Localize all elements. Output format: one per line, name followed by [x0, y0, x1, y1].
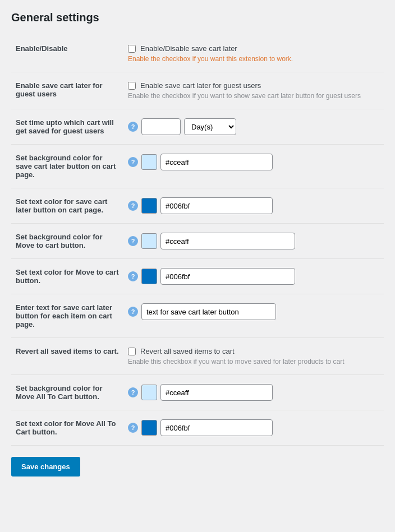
settings-row-text-color-save-cart: Set text color for save cart later butto… [11, 188, 384, 224]
settings-row-revert-saved: Revert all saved items to cart.Revert al… [11, 338, 384, 375]
help-text-revert-saved: Enable this checkbox if you want to move… [128, 358, 379, 366]
help-icon-text-color-move-all[interactable]: ? [128, 423, 138, 433]
color-text-input-text-color-save-cart[interactable] [160, 197, 273, 214]
help-icon-bg-color-save-cart[interactable]: ? [128, 157, 138, 167]
label-bg-color-move-to-cart: Set background color for Move to cart bu… [11, 224, 123, 259]
settings-row-enable-disable: Enable/DisableEnable/Disable save cart l… [11, 35, 384, 72]
help-text-enable-disable: Enable the checkbox if you want this ext… [128, 55, 379, 63]
time-number-input-set-time[interactable] [141, 118, 181, 135]
control-bg-color-move-to-cart: ? [123, 224, 384, 259]
settings-row-bg-color-move-all: Set background color for Move All To Car… [11, 375, 384, 410]
checkbox-revert-saved[interactable] [128, 348, 136, 355]
help-icon-bg-color-move-to-cart[interactable]: ? [128, 236, 138, 246]
control-bg-color-move-all: ? [123, 375, 384, 410]
color-swatch-text-color-move-all[interactable] [141, 420, 157, 436]
color-text-input-text-color-move-to-cart[interactable] [160, 268, 295, 285]
label-text-color-move-all: Set text color for Move All To Cart butt… [11, 410, 123, 446]
text-input-enter-text-save-cart[interactable] [141, 303, 276, 320]
control-text-color-move-all: ? [123, 410, 384, 446]
label-text-color-save-cart: Set text color for save cart later butto… [11, 188, 123, 224]
help-icon-text-color-save-cart[interactable]: ? [128, 201, 138, 211]
color-swatch-text-color-move-to-cart[interactable] [141, 269, 157, 284]
settings-row-bg-color-save-cart: Set background color for save cart later… [11, 145, 384, 188]
label-enter-text-save-cart: Enter text for save cart later button fo… [11, 294, 123, 338]
control-bg-color-save-cart: ? [123, 145, 384, 188]
help-text-enable-guest: Enable the checkbox if you want to show … [128, 92, 379, 100]
settings-table: Enable/DisableEnable/Disable save cart l… [11, 35, 384, 446]
page-title: General settings [11, 11, 384, 24]
label-text-color-move-to-cart: Set text color for Move to cart button. [11, 259, 123, 294]
settings-row-set-time: Set time upto which cart will get saved … [11, 109, 384, 145]
label-enable-guest: Enable save cart later for guest users [11, 72, 123, 109]
settings-row-enter-text-save-cart: Enter text for save cart later button fo… [11, 294, 384, 338]
control-enter-text-save-cart: ? [123, 294, 384, 338]
label-set-time: Set time upto which cart will get saved … [11, 109, 123, 145]
color-text-input-text-color-move-all[interactable] [160, 419, 273, 436]
color-swatch-bg-color-move-all[interactable] [141, 385, 157, 400]
checkbox-enable-guest[interactable] [128, 82, 136, 90]
color-text-input-bg-color-move-all[interactable] [160, 384, 273, 401]
control-revert-saved: Revert all saved items to cartEnable thi… [123, 338, 384, 375]
checkbox-label-revert-saved: Revert all saved items to cart [140, 347, 235, 355]
color-swatch-text-color-save-cart[interactable] [141, 198, 157, 214]
color-swatch-bg-color-move-to-cart[interactable] [141, 233, 157, 249]
help-icon-set-time[interactable]: ? [128, 122, 138, 132]
save-button[interactable]: Save changes [11, 457, 80, 477]
checkbox-enable-disable[interactable] [128, 45, 136, 53]
color-text-input-bg-color-move-to-cart[interactable] [160, 233, 295, 249]
checkbox-label-enable-guest: Enable save cart later for guest users [140, 81, 261, 90]
color-swatch-bg-color-save-cart[interactable] [141, 154, 157, 170]
settings-row-text-color-move-all: Set text color for Move All To Cart butt… [11, 410, 384, 446]
checkbox-label-enable-disable: Enable/Disable save cart later [140, 44, 237, 53]
help-icon-enter-text-save-cart[interactable]: ? [128, 307, 138, 317]
settings-row-bg-color-move-to-cart: Set background color for Move to cart bu… [11, 224, 384, 259]
label-revert-saved: Revert all saved items to cart. [11, 338, 123, 375]
help-icon-bg-color-move-all[interactable]: ? [128, 387, 138, 397]
settings-row-text-color-move-to-cart: Set text color for Move to cart button.? [11, 259, 384, 294]
control-text-color-move-to-cart: ? [123, 259, 384, 294]
settings-row-enable-guest: Enable save cart later for guest usersEn… [11, 72, 384, 109]
help-icon-text-color-move-to-cart[interactable]: ? [128, 271, 138, 281]
label-bg-color-move-all: Set background color for Move All To Car… [11, 375, 123, 410]
label-enable-disable: Enable/Disable [11, 35, 123, 72]
color-text-input-bg-color-save-cart[interactable] [160, 154, 273, 170]
control-enable-guest: Enable save cart later for guest usersEn… [123, 72, 384, 109]
control-text-color-save-cart: ? [123, 188, 384, 224]
time-unit-select-set-time[interactable]: Day(s)Hour(s)Minute(s) [184, 118, 236, 135]
control-enable-disable: Enable/Disable save cart laterEnable the… [123, 35, 384, 72]
control-set-time: ?Day(s)Hour(s)Minute(s) [123, 109, 384, 145]
label-bg-color-save-cart: Set background color for save cart later… [11, 145, 123, 188]
